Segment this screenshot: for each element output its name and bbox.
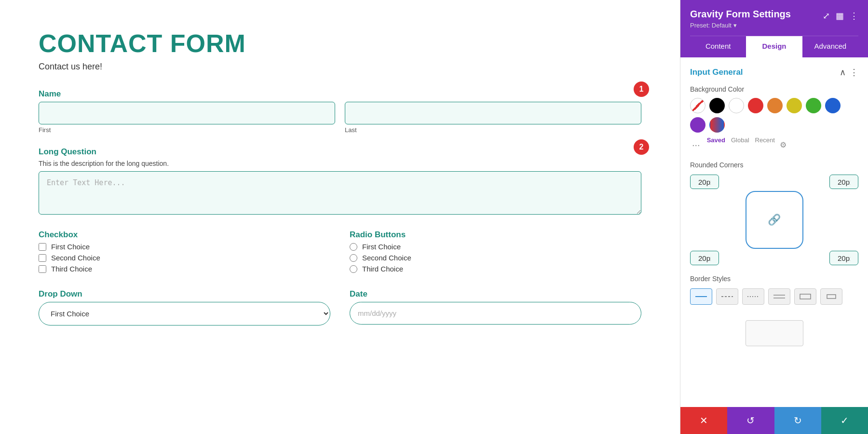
tab-advanced[interactable]: Advanced	[802, 36, 858, 57]
swatch-orange[interactable]	[767, 98, 783, 113]
date-col: Date	[350, 289, 641, 326]
link-icon[interactable]: 🔗	[768, 214, 781, 226]
border-style-dotted[interactable]	[742, 288, 764, 305]
form-title-group: CONTACT FORM Contact us here!	[39, 29, 641, 72]
border-style-options	[690, 288, 858, 305]
settings-panel: Gravity Form Settings Preset: Default ▾ …	[680, 0, 868, 434]
first-label: First	[39, 126, 335, 134]
dropdown-label: Drop Down	[39, 289, 330, 299]
date-label: Date	[350, 289, 641, 299]
name-label: Name	[39, 89, 641, 99]
rounded-corners-section: Rounded Corners 🔗	[690, 161, 858, 265]
tab-content[interactable]: Content	[690, 36, 746, 57]
checkbox-input-2[interactable]	[39, 254, 46, 262]
svg-rect-0	[695, 296, 707, 297]
save-button[interactable]: ✓	[821, 407, 868, 434]
swatch-black[interactable]	[709, 98, 725, 113]
color-gear-icon[interactable]: ⚙	[780, 140, 787, 149]
reset-button[interactable]: ↺	[727, 407, 774, 434]
corner-top-left[interactable]	[690, 175, 719, 189]
color-swatches	[690, 98, 858, 133]
long-question-textarea[interactable]	[39, 171, 641, 215]
radio-input-3[interactable]	[350, 265, 357, 273]
dropdown-select[interactable]: First Choice Second Choice Third Choice	[39, 302, 330, 326]
more-colors-icon[interactable]: ···	[690, 139, 702, 150]
checkbox-label: Checkbox	[39, 230, 330, 240]
long-question-group: 2 Long Question This is the description …	[39, 147, 641, 217]
collapse-icon[interactable]: ∧	[840, 67, 846, 78]
radio-choice-1-text: First Choice	[362, 243, 401, 251]
radio-label: Radio Buttons	[350, 230, 641, 240]
radio-input-2[interactable]	[350, 254, 357, 262]
checkbox-choice-3-text: Third Choice	[51, 265, 92, 273]
swatch-transparent[interactable]	[690, 98, 705, 113]
corner-top-right[interactable]	[829, 175, 858, 189]
border-style-double[interactable]	[768, 288, 790, 305]
long-question-label: Long Question	[39, 147, 641, 157]
swatch-gradient[interactable]	[709, 117, 725, 133]
long-question-desc: This is the description for the long que…	[39, 160, 641, 167]
border-style-solid[interactable]	[690, 288, 712, 305]
corner-bottom-right[interactable]	[829, 251, 858, 265]
border-style-dashed[interactable]	[716, 288, 738, 305]
corner-bottom-left[interactable]	[690, 251, 719, 265]
swatch-blue[interactable]	[825, 98, 841, 113]
last-name-col: Last	[345, 102, 641, 134]
cancel-button[interactable]: ✕	[680, 407, 727, 434]
last-name-input[interactable]	[345, 102, 641, 124]
tab-design[interactable]: Design	[746, 36, 802, 57]
expand-icon[interactable]: ⤢	[823, 11, 830, 21]
section-menu-icon[interactable]: ⋮	[850, 67, 858, 78]
checkbox-input-1[interactable]	[39, 243, 46, 251]
bg-color-label: Background Color	[690, 85, 858, 93]
settings-preset[interactable]: Preset: Default ▾	[690, 22, 791, 29]
corner-preview-box: 🔗	[746, 191, 803, 249]
radio-choice-1[interactable]: First Choice	[350, 243, 641, 251]
dropdown-col: Drop Down First Choice Second Choice Thi…	[39, 289, 330, 326]
settings-title: Gravity Form Settings	[690, 9, 791, 20]
checkbox-choice-1[interactable]: First Choice	[39, 243, 330, 251]
first-name-input[interactable]	[39, 102, 335, 124]
reload-button[interactable]: ↻	[774, 407, 821, 434]
rounded-corners-label: Rounded Corners	[690, 161, 858, 169]
name-row: First Last	[39, 102, 641, 134]
swatch-yellow[interactable]	[787, 98, 802, 113]
radio-input-1[interactable]	[350, 243, 357, 251]
first-name-col: First	[39, 102, 335, 134]
swatch-white[interactable]	[729, 98, 744, 113]
checkbox-choice-2[interactable]: Second Choice	[39, 254, 330, 262]
radio-choice-3[interactable]: Third Choice	[350, 265, 641, 273]
checkbox-radio-section: Checkbox First Choice Second Choice Thir…	[39, 230, 641, 276]
name-field-group: 1 Name First Last	[39, 89, 641, 134]
swatch-red[interactable]	[748, 98, 763, 113]
section-toggle: ∧ ⋮	[840, 67, 858, 78]
border-preview	[746, 320, 803, 346]
layout-icon[interactable]: ▦	[836, 11, 844, 21]
corner-grid: 🔗	[690, 175, 858, 265]
checkbox-choice-3[interactable]: Third Choice	[39, 265, 330, 273]
border-styles-label: Border Styles	[690, 275, 858, 283]
color-tab-recent[interactable]: Recent	[755, 136, 775, 144]
swatch-purple[interactable]	[690, 117, 705, 133]
radio-choice-2[interactable]: Second Choice	[350, 254, 641, 262]
radio-choice-3-text: Third Choice	[362, 265, 403, 273]
swatch-green[interactable]	[806, 98, 821, 113]
color-tab-global[interactable]: Global	[731, 136, 749, 144]
border-style-inside[interactable]	[820, 288, 842, 305]
date-input[interactable]	[350, 302, 641, 325]
checkbox-col: Checkbox First Choice Second Choice Thir…	[39, 230, 330, 276]
badge-1: 1	[634, 81, 649, 97]
form-area: CONTACT FORM Contact us here! 1 Name Fir…	[0, 0, 680, 434]
checkbox-input-3[interactable]	[39, 265, 46, 273]
settings-header: Gravity Form Settings Preset: Default ▾ …	[680, 0, 868, 57]
input-general-section: Input General ∧ ⋮	[690, 67, 858, 78]
more-icon[interactable]: ⋮	[850, 11, 858, 21]
settings-tabs: Content Design Advanced	[690, 36, 858, 57]
settings-body: Input General ∧ ⋮ Background Color ··· S…	[680, 57, 868, 407]
border-styles-section: Border Styles	[690, 275, 858, 346]
color-tab-saved[interactable]: Saved	[707, 136, 725, 144]
dropdown-date-section: Drop Down First Choice Second Choice Thi…	[39, 289, 641, 326]
radio-choice-2-text: Second Choice	[362, 254, 411, 262]
action-bar: ✕ ↺ ↻ ✓	[680, 407, 868, 434]
border-style-outside[interactable]	[794, 288, 816, 305]
